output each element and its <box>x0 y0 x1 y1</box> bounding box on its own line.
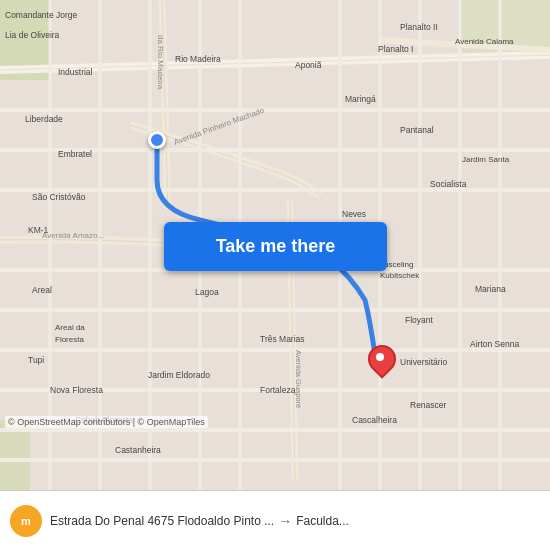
svg-text:Avenida Guaporé: Avenida Guaporé <box>294 350 303 408</box>
svg-text:Lagoa: Lagoa <box>195 287 219 297</box>
svg-text:Avenida Amazo...: Avenida Amazo... <box>42 231 104 240</box>
svg-text:Castanheira: Castanheira <box>115 445 161 455</box>
svg-text:Cascalheira: Cascalheira <box>352 415 397 425</box>
svg-text:Renascer: Renascer <box>410 400 447 410</box>
svg-text:Fortaleza: Fortaleza <box>260 385 296 395</box>
route-arrow: → <box>278 513 292 529</box>
svg-text:Floyant: Floyant <box>405 315 434 325</box>
take-me-there-button[interactable]: Take me there <box>164 222 387 271</box>
svg-text:Planalto II: Planalto II <box>400 22 438 32</box>
svg-text:Universitário: Universitário <box>400 357 448 367</box>
route-info: Estrada Do Penal 4675 Flodoaldo Pinto ..… <box>50 513 540 529</box>
svg-text:Embratel: Embratel <box>58 149 92 159</box>
bottom-bar: m Estrada Do Penal 4675 Flodoaldo Pinto … <box>0 490 550 550</box>
route-row: Estrada Do Penal 4675 Flodoaldo Pinto ..… <box>50 513 540 529</box>
svg-text:Aponiã: Aponiã <box>295 60 322 70</box>
svg-text:Airton Senna: Airton Senna <box>470 339 519 349</box>
svg-text:Planalto I: Planalto I <box>378 44 413 54</box>
svg-text:Avenida Calama: Avenida Calama <box>455 37 514 46</box>
destination-marker <box>368 345 392 375</box>
map-container: Comandante Jorge Lia de Oliveira Industr… <box>0 0 550 490</box>
current-location-dot <box>148 131 166 149</box>
svg-text:Lia de Oliveira: Lia de Oliveira <box>5 30 60 40</box>
svg-text:Mariana: Mariana <box>475 284 506 294</box>
svg-text:Comandante Jorge: Comandante Jorge <box>5 10 78 20</box>
route-from: Estrada Do Penal 4675 Flodoaldo Pinto ..… <box>50 514 274 528</box>
svg-text:Industrial: Industrial <box>58 67 93 77</box>
svg-text:São Cristóvão: São Cristóvão <box>32 192 86 202</box>
svg-text:Liberdade: Liberdade <box>25 114 63 124</box>
svg-text:Areal da: Areal da <box>55 323 85 332</box>
svg-text:Três Marias: Três Marias <box>260 334 305 344</box>
map-attribution: © OpenStreetMap contributors | © OpenMap… <box>5 416 208 428</box>
svg-text:Tupi: Tupi <box>28 355 44 365</box>
svg-text:Areal: Areal <box>32 285 52 295</box>
svg-text:Pantanal: Pantanal <box>400 125 434 135</box>
svg-text:Jardim Eldorado: Jardim Eldorado <box>148 370 210 380</box>
svg-text:Rio Madeira: Rio Madeira <box>175 54 221 64</box>
svg-text:Nova Floresta: Nova Floresta <box>50 385 103 395</box>
svg-text:Floresta: Floresta <box>55 335 84 344</box>
svg-text:da Rio Madeira: da Rio Madeira <box>156 35 165 90</box>
svg-text:Jardim Santa: Jardim Santa <box>462 155 510 164</box>
svg-text:Kubitschek: Kubitschek <box>380 271 420 280</box>
svg-text:Maringá: Maringá <box>345 94 376 104</box>
svg-text:Neves: Neves <box>342 209 366 219</box>
svg-text:Socialista: Socialista <box>430 179 467 189</box>
moovit-logo: m <box>10 505 42 537</box>
route-to: Faculda... <box>296 514 349 528</box>
